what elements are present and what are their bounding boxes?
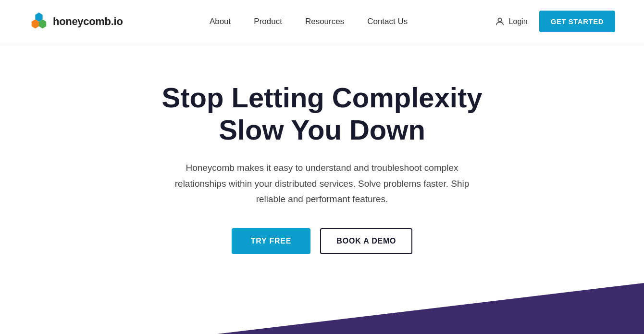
try-free-button[interactable]: TRY FREE (232, 228, 311, 254)
page-wrapper: honeycomb.io About Product Resources Con… (0, 0, 644, 334)
get-started-button[interactable]: GET STARTED (539, 11, 615, 32)
logo-text: honeycomb.io (53, 15, 123, 28)
hero-buttons: TRY FREE BOOK A DEMO (232, 228, 413, 254)
login-label: Login (509, 17, 528, 26)
book-demo-button[interactable]: BOOK A DEMO (320, 228, 412, 254)
svg-marker-4 (0, 283, 644, 334)
user-icon (495, 16, 505, 27)
purple-diagonal-section (0, 283, 644, 334)
hero-section: Stop Letting Complexity Slow You Down Ho… (0, 43, 644, 334)
header-right: Login GET STARTED (495, 11, 615, 32)
svg-point-3 (498, 18, 501, 21)
diagonal-svg (0, 283, 644, 334)
nav-item-resources[interactable]: Resources (305, 17, 344, 26)
login-link[interactable]: Login (495, 16, 528, 27)
logo-icon (29, 12, 49, 32)
hero-headline-line1: Stop Letting Complexity (162, 82, 483, 113)
nav-item-contact[interactable]: Contact Us (367, 17, 408, 26)
main-nav: About Product Resources Contact Us (210, 17, 408, 26)
hero-description: Honeycomb makes it easy to understand an… (163, 160, 481, 207)
header: honeycomb.io About Product Resources Con… (0, 0, 644, 43)
nav-item-about[interactable]: About (210, 17, 231, 26)
hero-headline-line2: Slow You Down (219, 114, 425, 145)
hero-headline: Stop Letting Complexity Slow You Down (162, 82, 483, 146)
nav-item-product[interactable]: Product (254, 17, 282, 26)
hero-content: Stop Letting Complexity Slow You Down Ho… (0, 43, 644, 283)
logo-link[interactable]: honeycomb.io (29, 12, 123, 32)
